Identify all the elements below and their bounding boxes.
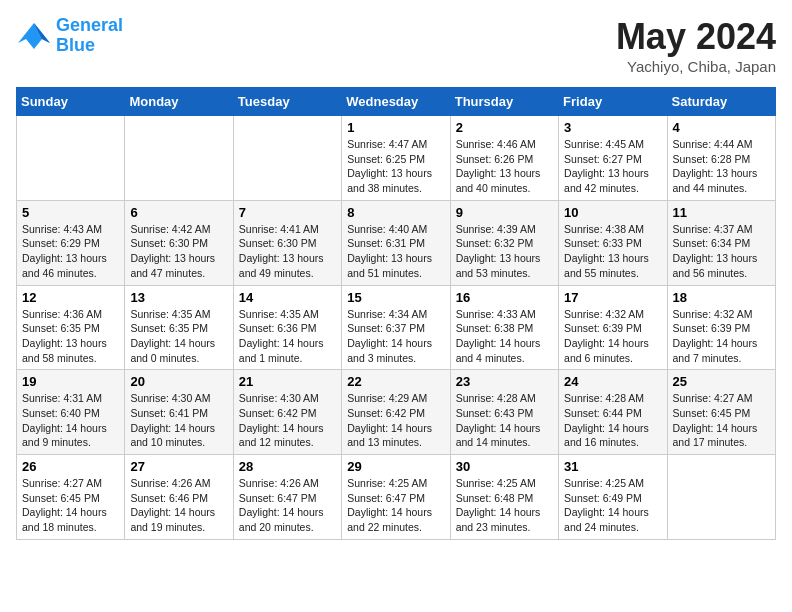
day-number: 24 xyxy=(564,374,661,389)
day-header-wednesday: Wednesday xyxy=(342,88,450,116)
day-info: Sunrise: 4:31 AM Sunset: 6:40 PM Dayligh… xyxy=(22,391,119,450)
calendar-header-row: SundayMondayTuesdayWednesdayThursdayFrid… xyxy=(17,88,776,116)
calendar-cell: 22Sunrise: 4:29 AM Sunset: 6:42 PM Dayli… xyxy=(342,370,450,455)
day-info: Sunrise: 4:43 AM Sunset: 6:29 PM Dayligh… xyxy=(22,222,119,281)
day-number: 11 xyxy=(673,205,770,220)
day-info: Sunrise: 4:30 AM Sunset: 6:41 PM Dayligh… xyxy=(130,391,227,450)
calendar-cell: 3Sunrise: 4:45 AM Sunset: 6:27 PM Daylig… xyxy=(559,116,667,201)
logo: General Blue xyxy=(16,16,123,56)
calendar-header: General Blue May 2024 Yachiyo, Chiba, Ja… xyxy=(16,16,776,75)
calendar-cell: 10Sunrise: 4:38 AM Sunset: 6:33 PM Dayli… xyxy=(559,200,667,285)
day-number: 3 xyxy=(564,120,661,135)
day-header-thursday: Thursday xyxy=(450,88,558,116)
calendar-cell xyxy=(667,455,775,540)
calendar-cell: 4Sunrise: 4:44 AM Sunset: 6:28 PM Daylig… xyxy=(667,116,775,201)
day-number: 18 xyxy=(673,290,770,305)
calendar-week-2: 5Sunrise: 4:43 AM Sunset: 6:29 PM Daylig… xyxy=(17,200,776,285)
day-number: 23 xyxy=(456,374,553,389)
day-info: Sunrise: 4:44 AM Sunset: 6:28 PM Dayligh… xyxy=(673,137,770,196)
day-info: Sunrise: 4:25 AM Sunset: 6:49 PM Dayligh… xyxy=(564,476,661,535)
calendar-cell: 31Sunrise: 4:25 AM Sunset: 6:49 PM Dayli… xyxy=(559,455,667,540)
logo-line1: General xyxy=(56,15,123,35)
calendar-cell: 21Sunrise: 4:30 AM Sunset: 6:42 PM Dayli… xyxy=(233,370,341,455)
logo-line2: Blue xyxy=(56,35,95,55)
day-number: 6 xyxy=(130,205,227,220)
day-info: Sunrise: 4:32 AM Sunset: 6:39 PM Dayligh… xyxy=(564,307,661,366)
day-number: 21 xyxy=(239,374,336,389)
day-info: Sunrise: 4:32 AM Sunset: 6:39 PM Dayligh… xyxy=(673,307,770,366)
day-number: 9 xyxy=(456,205,553,220)
day-header-sunday: Sunday xyxy=(17,88,125,116)
day-number: 17 xyxy=(564,290,661,305)
calendar-cell: 17Sunrise: 4:32 AM Sunset: 6:39 PM Dayli… xyxy=(559,285,667,370)
day-info: Sunrise: 4:47 AM Sunset: 6:25 PM Dayligh… xyxy=(347,137,444,196)
day-number: 27 xyxy=(130,459,227,474)
day-info: Sunrise: 4:28 AM Sunset: 6:44 PM Dayligh… xyxy=(564,391,661,450)
day-number: 19 xyxy=(22,374,119,389)
calendar-table: SundayMondayTuesdayWednesdayThursdayFrid… xyxy=(16,87,776,540)
calendar-cell: 5Sunrise: 4:43 AM Sunset: 6:29 PM Daylig… xyxy=(17,200,125,285)
calendar-cell: 14Sunrise: 4:35 AM Sunset: 6:36 PM Dayli… xyxy=(233,285,341,370)
day-header-tuesday: Tuesday xyxy=(233,88,341,116)
calendar-cell: 7Sunrise: 4:41 AM Sunset: 6:30 PM Daylig… xyxy=(233,200,341,285)
calendar-week-4: 19Sunrise: 4:31 AM Sunset: 6:40 PM Dayli… xyxy=(17,370,776,455)
calendar-cell: 27Sunrise: 4:26 AM Sunset: 6:46 PM Dayli… xyxy=(125,455,233,540)
day-number: 8 xyxy=(347,205,444,220)
day-number: 28 xyxy=(239,459,336,474)
calendar-cell: 28Sunrise: 4:26 AM Sunset: 6:47 PM Dayli… xyxy=(233,455,341,540)
logo-icon xyxy=(16,21,52,51)
calendar-cell: 9Sunrise: 4:39 AM Sunset: 6:32 PM Daylig… xyxy=(450,200,558,285)
day-number: 15 xyxy=(347,290,444,305)
calendar-cell: 2Sunrise: 4:46 AM Sunset: 6:26 PM Daylig… xyxy=(450,116,558,201)
calendar-cell: 1Sunrise: 4:47 AM Sunset: 6:25 PM Daylig… xyxy=(342,116,450,201)
day-info: Sunrise: 4:26 AM Sunset: 6:47 PM Dayligh… xyxy=(239,476,336,535)
calendar-cell: 13Sunrise: 4:35 AM Sunset: 6:35 PM Dayli… xyxy=(125,285,233,370)
day-info: Sunrise: 4:27 AM Sunset: 6:45 PM Dayligh… xyxy=(22,476,119,535)
day-info: Sunrise: 4:27 AM Sunset: 6:45 PM Dayligh… xyxy=(673,391,770,450)
location: Yachiyo, Chiba, Japan xyxy=(616,58,776,75)
logo-text: General Blue xyxy=(56,16,123,56)
calendar-cell xyxy=(125,116,233,201)
calendar-week-3: 12Sunrise: 4:36 AM Sunset: 6:35 PM Dayli… xyxy=(17,285,776,370)
calendar-cell: 26Sunrise: 4:27 AM Sunset: 6:45 PM Dayli… xyxy=(17,455,125,540)
calendar-cell: 12Sunrise: 4:36 AM Sunset: 6:35 PM Dayli… xyxy=(17,285,125,370)
calendar-cell: 16Sunrise: 4:33 AM Sunset: 6:38 PM Dayli… xyxy=(450,285,558,370)
day-number: 31 xyxy=(564,459,661,474)
day-info: Sunrise: 4:42 AM Sunset: 6:30 PM Dayligh… xyxy=(130,222,227,281)
calendar-cell xyxy=(233,116,341,201)
title-area: May 2024 Yachiyo, Chiba, Japan xyxy=(616,16,776,75)
day-info: Sunrise: 4:30 AM Sunset: 6:42 PM Dayligh… xyxy=(239,391,336,450)
day-info: Sunrise: 4:36 AM Sunset: 6:35 PM Dayligh… xyxy=(22,307,119,366)
calendar-cell: 15Sunrise: 4:34 AM Sunset: 6:37 PM Dayli… xyxy=(342,285,450,370)
day-info: Sunrise: 4:25 AM Sunset: 6:47 PM Dayligh… xyxy=(347,476,444,535)
day-info: Sunrise: 4:28 AM Sunset: 6:43 PM Dayligh… xyxy=(456,391,553,450)
day-info: Sunrise: 4:40 AM Sunset: 6:31 PM Dayligh… xyxy=(347,222,444,281)
calendar-cell: 24Sunrise: 4:28 AM Sunset: 6:44 PM Dayli… xyxy=(559,370,667,455)
day-number: 7 xyxy=(239,205,336,220)
day-header-friday: Friday xyxy=(559,88,667,116)
day-number: 30 xyxy=(456,459,553,474)
calendar-cell: 25Sunrise: 4:27 AM Sunset: 6:45 PM Dayli… xyxy=(667,370,775,455)
calendar-cell: 23Sunrise: 4:28 AM Sunset: 6:43 PM Dayli… xyxy=(450,370,558,455)
day-number: 1 xyxy=(347,120,444,135)
calendar-cell: 8Sunrise: 4:40 AM Sunset: 6:31 PM Daylig… xyxy=(342,200,450,285)
day-info: Sunrise: 4:26 AM Sunset: 6:46 PM Dayligh… xyxy=(130,476,227,535)
calendar-week-5: 26Sunrise: 4:27 AM Sunset: 6:45 PM Dayli… xyxy=(17,455,776,540)
day-number: 16 xyxy=(456,290,553,305)
day-number: 25 xyxy=(673,374,770,389)
day-info: Sunrise: 4:33 AM Sunset: 6:38 PM Dayligh… xyxy=(456,307,553,366)
day-info: Sunrise: 4:35 AM Sunset: 6:36 PM Dayligh… xyxy=(239,307,336,366)
day-info: Sunrise: 4:45 AM Sunset: 6:27 PM Dayligh… xyxy=(564,137,661,196)
calendar-cell xyxy=(17,116,125,201)
calendar-week-1: 1Sunrise: 4:47 AM Sunset: 6:25 PM Daylig… xyxy=(17,116,776,201)
day-info: Sunrise: 4:37 AM Sunset: 6:34 PM Dayligh… xyxy=(673,222,770,281)
day-number: 10 xyxy=(564,205,661,220)
day-info: Sunrise: 4:39 AM Sunset: 6:32 PM Dayligh… xyxy=(456,222,553,281)
calendar-cell: 11Sunrise: 4:37 AM Sunset: 6:34 PM Dayli… xyxy=(667,200,775,285)
calendar-cell: 20Sunrise: 4:30 AM Sunset: 6:41 PM Dayli… xyxy=(125,370,233,455)
day-number: 13 xyxy=(130,290,227,305)
day-info: Sunrise: 4:34 AM Sunset: 6:37 PM Dayligh… xyxy=(347,307,444,366)
calendar-cell: 18Sunrise: 4:32 AM Sunset: 6:39 PM Dayli… xyxy=(667,285,775,370)
day-info: Sunrise: 4:38 AM Sunset: 6:33 PM Dayligh… xyxy=(564,222,661,281)
day-number: 29 xyxy=(347,459,444,474)
